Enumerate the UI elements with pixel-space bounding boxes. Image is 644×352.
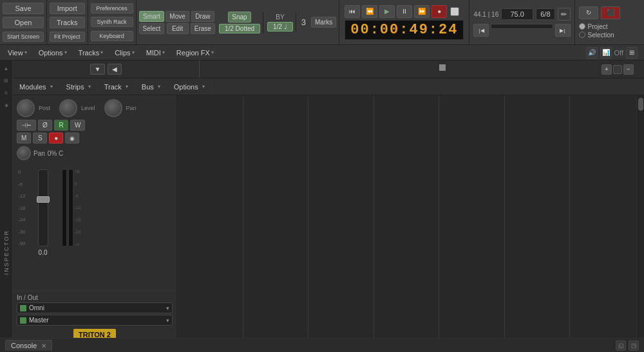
prefs-buttons-group: Preferences Synth Rack Keyboard [88, 0, 137, 44]
level-knob[interactable] [59, 99, 77, 117]
select-tool-button[interactable]: Select [139, 23, 165, 34]
preferences-button[interactable]: Preferences [91, 3, 133, 14]
sidebar-icon-3[interactable]: ≡ [1, 88, 12, 98]
bus-menu[interactable]: Bus ▾ [135, 82, 167, 92]
meter-bar-left [62, 169, 67, 246]
rewind-start-button[interactable]: ⏮ [345, 5, 360, 18]
sidebar-icon-2[interactable]: ⊞ [1, 75, 12, 86]
punch-button[interactable]: ⬛ [601, 6, 620, 19]
selection-radio[interactable]: Selection [579, 32, 620, 39]
synth-rack-button[interactable]: Synth Rack [91, 17, 133, 27]
pan-display-label: Pan [33, 150, 45, 157]
ruler-expand-button[interactable]: ▼ [90, 64, 106, 75]
stop-button[interactable] [450, 7, 459, 16]
open-button[interactable]: Open [3, 17, 44, 28]
options-menu[interactable]: Options ▾ [33, 48, 72, 58]
edit-tool-button[interactable]: Edit [167, 23, 189, 34]
track-divider-3 [374, 95, 374, 352]
bpm-display[interactable]: 75.0 [501, 8, 533, 20]
expand-icon[interactable]: ⊞ [626, 47, 638, 59]
sidebar-icon-1[interactable]: ▲ [1, 63, 12, 73]
keyboard-button[interactable]: Keyboard [91, 31, 133, 41]
output-dropdown[interactable]: Master ▾ [17, 315, 173, 326]
pencil-icon[interactable]: ✏ [558, 8, 571, 21]
modules-menu[interactable]: Modules ▾ [13, 82, 60, 92]
monitor-button[interactable]: ◉ [65, 133, 79, 144]
midi-menu[interactable]: MIDI ▾ [141, 48, 170, 58]
forward-button[interactable]: ⏩ [414, 5, 430, 18]
rec-safe-button[interactable]: R [54, 120, 68, 131]
zoom-out-button[interactable]: + [601, 64, 612, 75]
solo-button[interactable]: S [33, 133, 47, 144]
fader-handle[interactable] [37, 196, 50, 203]
meter-icon[interactable]: 📊 [600, 47, 612, 59]
meter-display[interactable]: 6/8 [536, 8, 554, 20]
console-tab[interactable]: Console ✕ [5, 340, 52, 351]
loop-end-button[interactable]: ▶| [555, 24, 571, 37]
pan-knob[interactable] [104, 99, 122, 117]
track-arrow: ▾ [126, 84, 128, 89]
marks-button[interactable]: Marks [311, 17, 336, 28]
bottom-right-icon[interactable]: ◳ [629, 340, 639, 351]
pause-button[interactable]: ⏸ [397, 5, 412, 18]
phase-button[interactable]: Ø [38, 120, 52, 131]
vertical-scrollbar[interactable] [636, 95, 644, 352]
clips-arrow: ▾ [132, 50, 135, 55]
pan-value-display: 0% C [48, 150, 63, 157]
fader-container[interactable] [38, 169, 48, 246]
loop-start-button[interactable]: |◀ [473, 24, 489, 37]
input-channel-icon [20, 305, 26, 311]
tracks-arrow: ▾ [100, 50, 103, 55]
midi-in-button[interactable]: ⊣⊢ [17, 120, 36, 131]
project-radio[interactable]: Project [579, 23, 620, 30]
fit-project-button[interactable]: Fit Project [50, 32, 85, 42]
modules-label: Modules [19, 83, 46, 91]
record-arm-button[interactable]: ● [49, 133, 63, 144]
tracks-label: Tracks [79, 49, 100, 57]
erase-tool-button[interactable]: Erase [191, 23, 215, 34]
start-screen-button[interactable]: Start Screen [3, 32, 44, 42]
post-knob[interactable] [17, 99, 35, 117]
tracks-menu[interactable]: Tracks ▾ [73, 48, 109, 58]
tempo-section: 44.1 | 16 75.0 6/8 ✏ |◀ ▶| [469, 0, 574, 44]
zoom-handle-icon [613, 65, 622, 74]
record-button[interactable]: ● [431, 5, 447, 18]
time-display: 00:00:49:24 [345, 20, 464, 40]
clips-label: Clips [115, 49, 130, 57]
ruler-marker [439, 64, 446, 71]
rewind-button[interactable]: ⏪ [362, 5, 377, 18]
input-dropdown[interactable]: Omni ▾ [17, 302, 173, 313]
zoom-in-button[interactable]: − [623, 64, 634, 75]
track-label: Track [104, 83, 122, 91]
loop-toggle-button[interactable]: ↻ [579, 6, 598, 19]
sidebar-icon-4[interactable]: ◈ [1, 100, 12, 110]
db-0: 0 [75, 181, 81, 186]
import-button[interactable]: Import [50, 3, 85, 14]
ruler-area: ▼ ◀ + − [13, 60, 644, 79]
w-button[interactable]: W [70, 120, 85, 131]
mute-button[interactable]: M [17, 133, 31, 144]
play-button[interactable]: ▶ [379, 5, 395, 18]
clips-menu[interactable]: Clips ▾ [109, 48, 139, 58]
track-divider-2 [308, 95, 308, 352]
tracks-button[interactable]: Tracks [50, 17, 85, 28]
pan-small-knob[interactable] [17, 146, 31, 160]
smart-tool-button[interactable]: Smart [139, 11, 164, 22]
console-close-icon[interactable]: ✕ [41, 342, 46, 349]
project-radio-circle [579, 23, 585, 30]
snap-button[interactable]: Snap [228, 12, 251, 23]
save-button[interactable]: Save [3, 3, 44, 14]
strips-menu[interactable]: Strips ▾ [60, 82, 98, 92]
bottom-left-icon[interactable]: ◱ [616, 340, 626, 351]
options-mixer-menu[interactable]: Options ▾ [167, 82, 212, 92]
v-scroll-thumb[interactable] [638, 98, 643, 111]
inspector-label: INSPECTOR [3, 230, 10, 275]
loop-buttons: ↻ ⬛ [579, 6, 620, 19]
view-menu[interactable]: View ▾ [3, 48, 32, 58]
draw-tool-button[interactable]: Draw [191, 11, 214, 22]
move-tool-button[interactable]: Move [166, 11, 189, 22]
ruler-left-button[interactable]: ◀ [108, 64, 122, 75]
track-menu[interactable]: Track ▾ [98, 82, 135, 92]
speaker-icon[interactable]: 🔊 [586, 47, 598, 59]
region-fx-menu[interactable]: Region FX ▾ [171, 48, 219, 58]
